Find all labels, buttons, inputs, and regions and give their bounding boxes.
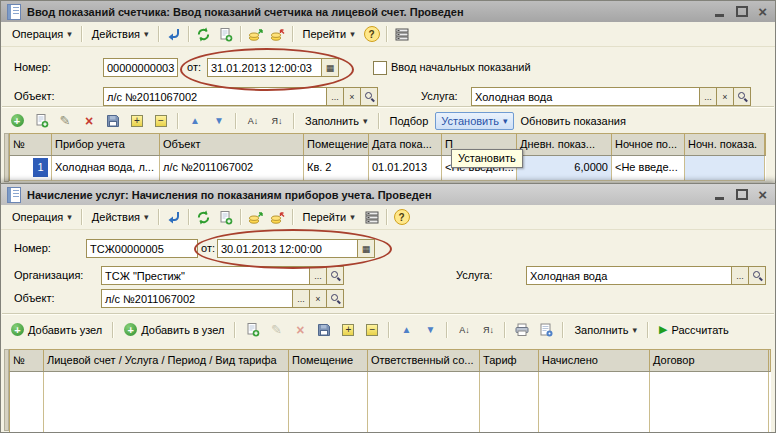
minimize-button[interactable] xyxy=(714,189,726,200)
close-button[interactable]: × xyxy=(758,6,767,17)
set-button[interactable]: Установить ▾ xyxy=(435,112,513,130)
end-edit-icon[interactable] xyxy=(313,320,335,340)
search-button[interactable] xyxy=(326,267,343,284)
copy-row-icon[interactable] xyxy=(241,320,263,340)
collapse-rows-icon[interactable]: − xyxy=(150,111,172,131)
column-header[interactable]: Договор xyxy=(650,350,769,371)
debit-credit-icon[interactable] xyxy=(245,207,267,227)
write-document-icon[interactable] xyxy=(163,24,185,44)
column-header[interactable]: Лицевой счет / Услуга / Период / Вид тар… xyxy=(44,350,289,371)
column-header[interactable]: Объект xyxy=(160,134,304,155)
cell-date[interactable]: 01.01.2013 xyxy=(369,156,442,181)
calculate-button[interactable]: ▶ Рассчитать xyxy=(654,321,734,338)
search-button[interactable] xyxy=(733,88,750,105)
initial-readings-label[interactable]: Ввод начальных показаний xyxy=(391,58,531,77)
table-row[interactable]: 1 Холодная вода, л... л/с №2011067002 Кв… xyxy=(9,156,766,181)
copy-row-icon[interactable] xyxy=(30,111,52,131)
print-icon[interactable] xyxy=(511,320,533,340)
search-button[interactable] xyxy=(326,290,343,307)
column-header[interactable]: Ночн. показа. xyxy=(685,134,765,155)
column-header[interactable]: Прибор учета xyxy=(52,134,160,155)
delete-row-icon[interactable]: × xyxy=(289,320,311,340)
cell-day-reading[interactable]: 6,0000 xyxy=(517,156,612,181)
cell-night-reading[interactable] xyxy=(685,156,765,181)
menu-goto[interactable]: Перейти ▾ xyxy=(297,25,361,43)
add-row-icon[interactable]: + xyxy=(6,111,28,131)
initial-readings-checkbox[interactable] xyxy=(373,61,387,75)
column-header[interactable]: Помещение xyxy=(289,350,368,371)
move-up-icon[interactable]: ▲ xyxy=(395,320,417,340)
maximize-button[interactable] xyxy=(736,6,748,17)
service-field[interactable]: Холодная вода ... × xyxy=(471,87,751,106)
search-button[interactable] xyxy=(748,267,765,284)
debit-credit-icon[interactable] xyxy=(245,24,267,44)
move-up-icon[interactable]: ▲ xyxy=(184,111,206,131)
add-node-button[interactable]: + Добавить узел xyxy=(6,321,107,338)
date-field[interactable]: 31.01.2013 12:00:03 ▦ xyxy=(207,58,339,77)
edit-row-icon[interactable]: ✎ xyxy=(54,111,76,131)
menu-operation[interactable]: Операция ▾ xyxy=(6,208,78,226)
ellipsis-button[interactable]: ... xyxy=(292,290,309,307)
help-icon[interactable]: ? xyxy=(391,207,413,227)
pick-button[interactable]: Подбор xyxy=(385,113,434,129)
expand-rows-icon[interactable]: + xyxy=(126,111,148,131)
help-icon[interactable]: ? xyxy=(361,24,383,44)
structure-icon[interactable] xyxy=(391,24,413,44)
end-edit-icon[interactable] xyxy=(102,111,124,131)
clear-button[interactable]: × xyxy=(343,88,360,105)
add-to-node-button[interactable]: + Добавить в узел xyxy=(119,321,229,338)
calendar-icon[interactable]: ▦ xyxy=(357,240,374,257)
ellipsis-button[interactable]: ... xyxy=(699,88,716,105)
maximize-button[interactable] xyxy=(736,189,748,200)
ellipsis-button[interactable]: ... xyxy=(326,88,343,105)
sort-asc-icon[interactable]: А↓ xyxy=(242,111,264,131)
number-field[interactable]: ТСЖ00000005 xyxy=(86,239,198,258)
sort-desc-icon[interactable]: Я↓ xyxy=(477,320,499,340)
organization-field[interactable]: ТСЖ "Престиж" ... xyxy=(101,266,344,285)
move-down-icon[interactable]: ▼ xyxy=(419,320,441,340)
ellipsis-button[interactable]: ... xyxy=(731,267,748,284)
row-number-cell[interactable]: 1 xyxy=(10,156,52,181)
ellipsis-button[interactable]: ... xyxy=(309,267,326,284)
debit-credit-red-icon[interactable] xyxy=(267,207,289,227)
post-document-icon[interactable] xyxy=(193,207,215,227)
fill-button[interactable]: Заполнить ▾ xyxy=(569,322,642,338)
edit-row-icon[interactable]: ✎ xyxy=(265,320,287,340)
column-header[interactable]: Помещение xyxy=(304,134,369,155)
search-button[interactable] xyxy=(360,88,377,105)
minimize-button[interactable] xyxy=(714,6,726,17)
clear-button[interactable]: × xyxy=(716,88,733,105)
menu-actions[interactable]: Действия ▾ xyxy=(86,25,155,43)
column-header[interactable]: № xyxy=(10,350,44,371)
delete-row-icon[interactable]: × xyxy=(78,111,100,131)
debit-credit-red-icon[interactable] xyxy=(267,24,289,44)
date-field[interactable]: 30.01.2013 12:00:00 ▦ xyxy=(217,239,375,258)
fill-button[interactable]: Заполнить ▾ xyxy=(300,113,373,129)
properties-icon[interactable] xyxy=(535,320,557,340)
copy-new-icon[interactable] xyxy=(215,207,237,227)
number-field[interactable]: 00000000003 xyxy=(103,58,178,77)
column-header[interactable]: Тариф xyxy=(480,350,539,371)
cell-meter[interactable]: Холодная вода, л... xyxy=(52,156,160,181)
column-header[interactable]: Дневн. показ... xyxy=(517,134,612,155)
clear-button[interactable]: × xyxy=(309,290,326,307)
refresh-readings-button[interactable]: Обновить показания xyxy=(516,113,631,129)
expand-rows-icon[interactable]: + xyxy=(337,320,359,340)
empty-table-body[interactable] xyxy=(9,372,771,432)
column-header[interactable]: № xyxy=(10,134,52,155)
object-field[interactable]: л/с №2011067002 ... × xyxy=(101,289,344,308)
move-down-icon[interactable]: ▼ xyxy=(208,111,230,131)
menu-actions[interactable]: Действия ▾ xyxy=(86,208,155,226)
service-field[interactable]: Холодная вода ... xyxy=(526,266,766,285)
post-document-icon[interactable] xyxy=(193,24,215,44)
column-header[interactable]: Ответственный со... xyxy=(368,350,480,371)
calendar-icon[interactable]: ▦ xyxy=(321,59,338,76)
structure-icon[interactable] xyxy=(361,207,383,227)
collapse-rows-icon[interactable]: − xyxy=(361,320,383,340)
menu-goto[interactable]: Перейти ▾ xyxy=(297,208,361,226)
object-field[interactable]: л/с №2011067002 ... × xyxy=(103,87,378,106)
close-button[interactable]: × xyxy=(758,189,767,200)
write-document-icon[interactable] xyxy=(163,207,185,227)
column-header[interactable]: Ночное по... xyxy=(612,134,685,155)
cell-night-previous[interactable]: <Не введе... xyxy=(612,156,685,181)
